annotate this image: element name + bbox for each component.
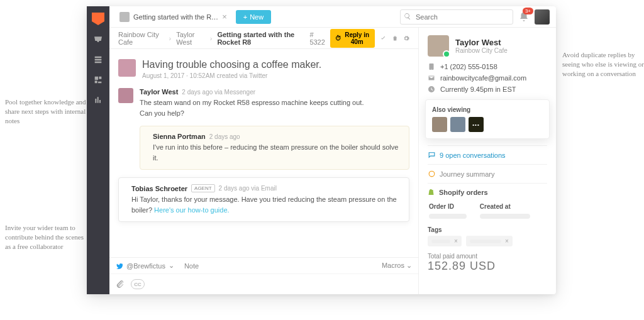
also-viewing-card: Also viewing •••	[425, 99, 550, 139]
crumb-person[interactable]: Taylor West	[176, 31, 205, 46]
conversation-meta: August 1, 2017 · 10:52AM created via Twi…	[142, 72, 321, 79]
msg-meta: 2 days ago via Messenger	[182, 89, 255, 96]
msg-text: The steam wand on my Rocket R58 espresso…	[140, 97, 409, 118]
internal-note: Sienna Portman 2 days ago I've run into …	[140, 126, 409, 170]
compose-toolbar: CC	[109, 274, 418, 294]
orders-table: Order IDCreated at	[428, 200, 547, 221]
crumb-title: Getting started with the Rocket R8	[217, 31, 307, 46]
compose-area: @Brewfictus ⌄ Note Macros ⌄ CC	[109, 257, 418, 294]
note-meta: 2 days ago	[209, 133, 240, 140]
note-author: Sienna Portman	[153, 133, 206, 140]
compose-channel-twitter[interactable]: @Brewfictus ⌄	[116, 262, 174, 270]
tags-label: Tags	[428, 226, 547, 233]
total-paid-label: Total paid amount	[428, 253, 547, 260]
profile-email: rainbowcitycafe@gmail.com	[428, 74, 547, 82]
open-conversations-link[interactable]: 9 open conversations	[428, 145, 547, 164]
main-area: Getting started with the R… × + New 3+ R…	[109, 6, 556, 294]
annotation-internal-notes: Pool together knowledge and share next s…	[5, 97, 87, 126]
viewer-avatar[interactable]	[432, 117, 447, 132]
reply-meta: 2 days ago via Email	[219, 185, 277, 192]
thread: Having trouble choosing a coffee maker. …	[109, 49, 418, 257]
notif-badge: 3+	[523, 8, 533, 14]
svg-point-0	[429, 171, 435, 177]
msg-author: Taylor West	[140, 88, 178, 96]
crumb-org[interactable]: Rainbow City Cafe	[118, 31, 164, 46]
tag-pill[interactable]: ×	[428, 236, 462, 246]
reports-icon[interactable]	[92, 94, 104, 106]
annotation-also-viewing: Avoid duplicate replies by seeing who el…	[562, 50, 644, 79]
new-button-label: New	[250, 13, 264, 21]
close-icon[interactable]: ×	[454, 238, 458, 245]
compose-tab-note[interactable]: Note	[184, 262, 199, 270]
conversation-column: Rainbow City Cafe › Taylor West › Gettin…	[109, 28, 419, 294]
profile-avatar[interactable]	[428, 35, 449, 57]
tab-avatar	[119, 12, 130, 22]
notifications-icon[interactable]: 3+	[518, 11, 530, 23]
tag-pill[interactable]: ×	[466, 236, 513, 246]
cc-toggle[interactable]: CC	[131, 279, 145, 289]
user-avatar[interactable]	[535, 9, 550, 25]
gear-icon[interactable]	[403, 34, 409, 43]
breadcrumb: Rainbow City Cafe › Taylor West › Gettin…	[109, 28, 418, 49]
profile-phone: +1 (202) 555-0158	[428, 63, 547, 70]
tab-conversation[interactable]: Getting started with the R… ×	[116, 9, 231, 25]
reply-author: Tobias Schroeter	[131, 185, 187, 192]
trash-icon[interactable]	[392, 34, 398, 43]
subject-row: Having trouble choosing a coffee maker. …	[118, 59, 409, 79]
message-customer: Taylor West 2 days ago via Messenger The…	[118, 88, 409, 118]
app-window: Getting started with the R… × + New 3+ R…	[87, 6, 556, 294]
also-viewing-label: Also viewing	[432, 106, 543, 113]
new-button[interactable]: + New	[236, 10, 271, 24]
agent-badge: AGENT	[191, 184, 215, 192]
profile-sidebar: Taylor West Rainbow City Cafe +1 (202) 5…	[419, 28, 556, 294]
tab-title: Getting started with the R…	[133, 13, 218, 21]
search-wrap	[400, 9, 513, 25]
note-text: I've run into this before – reducing the…	[153, 142, 402, 163]
conversation-subject: Having trouble choosing a coffee maker.	[142, 59, 321, 70]
viewer-avatar[interactable]	[450, 117, 465, 132]
compose-macros[interactable]: Macros ⌄	[382, 262, 412, 270]
msg-avatar	[118, 88, 133, 103]
content-area: Rainbow City Cafe › Taylor West › Gettin…	[109, 28, 556, 294]
profile-time: Currently 9.45pm in EST	[428, 86, 547, 93]
check-icon[interactable]	[380, 34, 386, 43]
profile-org: Rainbow City Cafe	[455, 47, 508, 54]
users-icon[interactable]	[92, 54, 104, 65]
journey-summary-link[interactable]: Journey summary	[428, 164, 547, 183]
search-icon	[404, 13, 411, 20]
reply-timer-label: Reply in 40m	[344, 31, 370, 45]
howto-link[interactable]: Here's our how-to guide.	[154, 206, 230, 214]
close-icon[interactable]: ×	[505, 238, 509, 245]
org-icon[interactable]	[92, 74, 104, 86]
col-created-at: Created at	[480, 201, 546, 212]
topbar: Getting started with the R… × + New 3+	[109, 6, 556, 28]
annotation-collaborator: Invite your wider team to contribute beh…	[5, 223, 87, 251]
total-paid-amount: 152.89 USD	[428, 260, 547, 273]
ticket-id: # 5322	[309, 31, 325, 46]
compose-tabs: @Brewfictus ⌄ Note Macros ⌄	[109, 258, 418, 274]
app-logo-icon[interactable]	[92, 13, 104, 25]
sidebar-nav	[87, 6, 109, 294]
subject-avatar	[118, 59, 136, 77]
shopify-section: Shopify orders	[428, 183, 547, 200]
reply-text: Hi Taylor, thanks for your message. Have…	[131, 194, 402, 215]
close-icon[interactable]: ×	[222, 12, 227, 21]
reply-timer-button[interactable]: ⏱ Reply in 40m	[330, 29, 375, 48]
profile-name: Taylor West	[455, 38, 508, 47]
col-order-id: Order ID	[429, 201, 479, 212]
agent-reply: Tobias Schroeter AGENT 2 days ago via Em…	[118, 177, 409, 222]
attach-icon[interactable]	[116, 280, 125, 289]
viewer-typing[interactable]: •••	[469, 117, 484, 132]
search-input[interactable]	[400, 9, 513, 25]
inbox-icon[interactable]	[92, 34, 104, 45]
